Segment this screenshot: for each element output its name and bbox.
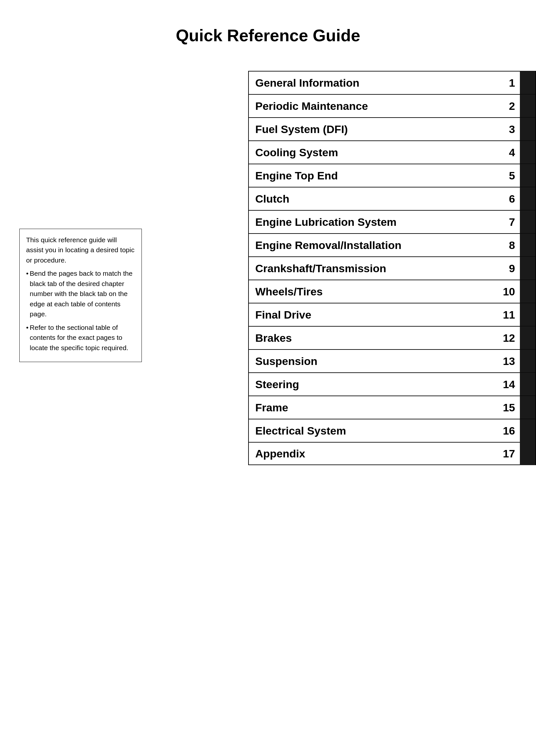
toc-number: 1	[492, 77, 518, 89]
toc-label: Fuel System (DFI)	[249, 123, 492, 136]
toc-number: 7	[492, 216, 518, 228]
toc-number: 5	[492, 170, 518, 182]
toc-tab	[520, 94, 535, 117]
toc-tab	[520, 117, 535, 141]
toc-label: Crankshaft/Transmission	[249, 262, 492, 275]
toc-label: Clutch	[249, 193, 492, 205]
toc-tab	[520, 280, 535, 303]
toc-row[interactable]: Fuel System (DFI)3	[248, 117, 536, 141]
toc-tab	[520, 373, 535, 396]
toc-tab	[520, 164, 535, 187]
toc-number: 11	[492, 309, 518, 321]
toc-number: 3	[492, 123, 518, 136]
sidebar-bullet-1: Bend the pages back to match the black t…	[26, 268, 135, 319]
toc-row[interactable]: Cooling System4	[248, 141, 536, 164]
toc-label: Engine Removal/Installation	[249, 239, 492, 252]
toc-number: 16	[492, 425, 518, 437]
toc-number: 10	[492, 285, 518, 298]
toc-row[interactable]: General Information1	[248, 71, 536, 94]
page-container: Quick Reference Guide General Informatio…	[0, 0, 536, 756]
toc-label: Engine Lubrication System	[249, 216, 492, 228]
toc-tab	[520, 419, 535, 442]
toc-label: Cooling System	[249, 146, 492, 159]
toc-number: 12	[492, 332, 518, 344]
content-area: General Information1Periodic Maintenance…	[0, 71, 536, 465]
toc-label: General Information	[249, 77, 492, 89]
toc-label: Engine Top End	[249, 170, 492, 182]
toc-tab	[520, 396, 535, 419]
toc-tab	[520, 141, 535, 164]
sidebar-bullet-2: Refer to the sectional table of contents…	[26, 323, 135, 353]
toc-row[interactable]: Appendix17	[248, 442, 536, 465]
toc-tab	[520, 234, 535, 257]
toc-row[interactable]: Wheels/Tires10	[248, 280, 536, 303]
toc-number: 8	[492, 239, 518, 252]
toc-number: 6	[492, 193, 518, 205]
toc-tab	[520, 71, 535, 94]
toc-label: Suspension	[249, 355, 492, 367]
toc-number: 4	[492, 146, 518, 159]
toc-tab	[520, 303, 535, 326]
toc-tab	[520, 326, 535, 350]
toc-row[interactable]: Final Drive11	[248, 303, 536, 326]
toc-label: Wheels/Tires	[249, 285, 492, 298]
toc-row[interactable]: Engine Top End5	[248, 164, 536, 187]
toc-row[interactable]: Steering14	[248, 372, 536, 395]
toc-label: Steering	[249, 378, 492, 391]
toc-number: 15	[492, 401, 518, 414]
toc-label: Brakes	[249, 332, 492, 344]
toc-label: Electrical System	[249, 425, 492, 437]
toc-label: Appendix	[249, 447, 492, 460]
toc-tab	[520, 187, 535, 210]
toc-label: Periodic Maintenance	[249, 100, 492, 112]
toc-row[interactable]: Frame15	[248, 395, 536, 419]
toc-tab	[520, 257, 535, 280]
toc-tab	[520, 350, 535, 373]
toc-tab	[520, 210, 535, 234]
toc-row[interactable]: Electrical System16	[248, 419, 536, 442]
toc-row[interactable]: Periodic Maintenance2	[248, 94, 536, 117]
toc-label: Frame	[249, 401, 492, 414]
toc-number: 13	[492, 355, 518, 367]
toc-number: 2	[492, 100, 518, 112]
toc-row[interactable]: Clutch6	[248, 187, 536, 210]
toc-number: 14	[492, 378, 518, 391]
toc-row[interactable]: Engine Removal/Installation8	[248, 233, 536, 256]
toc-row[interactable]: Engine Lubrication System7	[248, 210, 536, 233]
sidebar-intro: This quick reference guide will assist y…	[26, 235, 135, 266]
toc-container: General Information1Periodic Maintenance…	[248, 71, 536, 465]
toc-number: 17	[492, 447, 518, 460]
toc-label: Final Drive	[249, 309, 492, 321]
toc-number: 9	[492, 262, 518, 275]
toc-row[interactable]: Brakes12	[248, 326, 536, 349]
toc-tab	[520, 442, 535, 465]
sidebar-note: This quick reference guide will assist y…	[19, 229, 142, 362]
toc-row[interactable]: Suspension13	[248, 349, 536, 372]
page-title: Quick Reference Guide	[0, 26, 536, 45]
toc-row[interactable]: Crankshaft/Transmission9	[248, 256, 536, 280]
